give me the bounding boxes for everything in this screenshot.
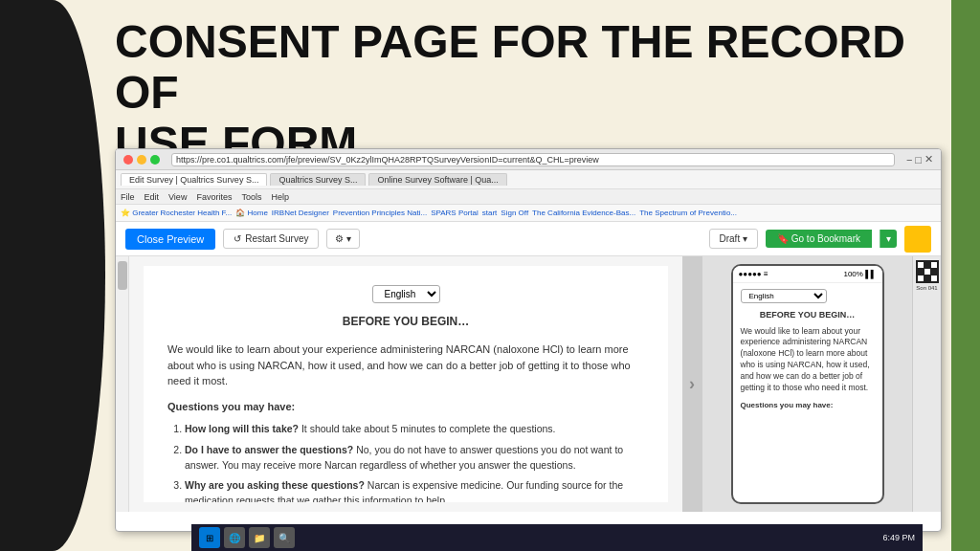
survey-form: English BEFORE YOU BEGIN… We would like … [144, 266, 668, 502]
browser-tabbar: Edit Survey | Qualtrics Survey S... Qual… [116, 170, 941, 189]
menu-tools[interactable]: Tools [241, 192, 261, 202]
mobile-questions-header: Questions you may have: [741, 400, 875, 410]
mobile-language-select[interactable]: English [741, 289, 827, 303]
survey-intro: We would like to learn about your experi… [167, 342, 644, 389]
panel-divider: › [682, 256, 702, 512]
browser-window: https://pre.co1.qualtrics.com/jfe/previe… [115, 148, 942, 532]
restart-icon: ↺ [234, 233, 241, 244]
language-select[interactable]: English [372, 285, 440, 303]
address-text: https://pre.co1.qualtrics.com/jfe/previe… [176, 155, 599, 165]
q1-text: It should take about 5 minutes to comple… [301, 423, 556, 434]
question-1: How long will this take? It should take … [185, 422, 644, 437]
taskbar: ⊞ 🌐 📁 🔍 6:49 PM [191, 524, 923, 551]
tab-online-survey[interactable]: Online Survey Software | Qua... [368, 173, 506, 186]
browser-actions: − □ ✕ [906, 153, 933, 165]
browser-maximize-btn[interactable] [150, 155, 160, 165]
bookmark-1[interactable]: ⭐ Greater Rochester Health F... [121, 209, 232, 217]
tab-qualtrics[interactable]: Qualtrics Survey S... [270, 173, 366, 186]
mobile-preview-panel: ●●●●● ≡ 100% ▌▌ English BEFORE YOU BEGIN… [702, 256, 912, 512]
left-scroll-handle [118, 261, 127, 290]
bookmark-5[interactable]: SPARS Portal [431, 209, 479, 217]
menu-view[interactable]: View [168, 192, 187, 202]
mobile-lang-selector: English [741, 289, 875, 303]
survey-title: BEFORE YOU BEGIN… [167, 313, 644, 330]
bookmark-label: Go to Bookmark [791, 233, 860, 244]
mobile-survey-title: BEFORE YOU BEGIN… [741, 309, 875, 321]
bookmark-4[interactable]: Prevention Principles Nati... [333, 209, 427, 217]
tab-edit-survey[interactable]: Edit Survey | Qualtrics Survey S... [121, 173, 267, 186]
bookmark-8[interactable]: The California Evidence-Bas... [532, 209, 635, 217]
yellow-action-button[interactable] [904, 226, 931, 253]
question-2: Do I have to answer the questions? No, y… [185, 443, 644, 474]
mobile-statusbar: ●●●●● ≡ 100% ▌▌ [733, 266, 882, 283]
decorative-blob [0, 0, 105, 551]
taskbar-time: 6:49 PM [882, 533, 915, 542]
mobile-battery: 100% ▌▌ [843, 270, 876, 278]
title-line1: CONSENT PAGE FOR THE RECORD OF [115, 16, 905, 118]
qr-panel: Son 041 [912, 256, 941, 512]
language-selector-wrap: English [167, 285, 644, 303]
close-preview-button[interactable]: Close Preview [125, 229, 215, 250]
browser-close-x-btn[interactable]: ✕ [924, 153, 933, 165]
draft-label: Draft [720, 233, 741, 244]
menu-file[interactable]: File [121, 192, 135, 202]
main-content: CONSENT PAGE FOR THE RECORD OF USE FORM … [96, 0, 951, 551]
survey-toolbar: Close Preview ↺ Restart Survey ⚙ ▾ Draft… [116, 222, 941, 256]
restart-label: Restart Survey [245, 233, 308, 244]
survey-main-panel: English BEFORE YOU BEGIN… We would like … [129, 256, 682, 512]
menu-favorites[interactable]: Favorites [196, 192, 232, 202]
q1-bold: How long will this take? [185, 423, 299, 434]
bookmark-7[interactable]: Sign Off [501, 209, 528, 217]
qr-code [916, 260, 939, 283]
qr-label: Son 041 [916, 285, 937, 291]
browser-minimize-btn[interactable] [137, 155, 146, 165]
question-3: Why are you asking these questions? Narc… [185, 478, 644, 502]
settings-button[interactable]: ⚙ ▾ [326, 229, 360, 249]
mobile-survey-body: We would like to learn about your experi… [741, 326, 875, 394]
mobile-signal: ●●●●● ≡ [739, 270, 768, 278]
q3-bold: Why are you asking these questions? [185, 479, 365, 491]
bookmark-6[interactable]: start [482, 209, 498, 217]
restart-survey-button[interactable]: ↺ Restart Survey [223, 229, 319, 249]
draft-button[interactable]: Draft ▾ [709, 229, 758, 249]
menu-help[interactable]: Help [271, 192, 289, 202]
browser-titlebar: https://pre.co1.qualtrics.com/jfe/previe… [116, 149, 941, 170]
bookmark-9[interactable]: The Spectrum of Preventio... [639, 209, 737, 217]
browser-back-btn[interactable]: − [906, 153, 912, 165]
bookmark-arrow-button[interactable]: ▾ [880, 230, 897, 248]
panel-arrow-icon: › [689, 374, 695, 394]
mobile-content: English BEFORE YOU BEGIN… We would like … [733, 283, 882, 502]
taskbar-app1[interactable]: 🌐 [224, 527, 245, 548]
survey-content-area: English BEFORE YOU BEGIN… We would like … [116, 256, 941, 512]
questions-header: Questions you may have: [167, 399, 644, 415]
bookmark-2[interactable]: 🏠 Home [235, 209, 268, 217]
browser-menubar: File Edit View Favorites Tools Help [116, 189, 941, 205]
browser-bookmarks: ⭐ Greater Rochester Health F... 🏠 Home I… [116, 205, 941, 222]
taskbar-app3[interactable]: 🔍 [274, 527, 295, 548]
taskbar-app2[interactable]: 📁 [249, 527, 270, 548]
questions-list: How long will this take? It should take … [185, 422, 644, 502]
left-scrollbar[interactable] [116, 256, 129, 512]
browser-addressbar[interactable]: https://pre.co1.qualtrics.com/jfe/previe… [171, 153, 895, 166]
browser-forward-btn[interactable]: □ [915, 153, 922, 165]
decorative-strip [951, 0, 980, 551]
menu-edit[interactable]: Edit [145, 192, 160, 202]
taskbar-start[interactable]: ⊞ [199, 527, 220, 548]
bookmark-3[interactable]: IRBNet Designer [272, 209, 329, 217]
q2-bold: Do I have to answer the questions? [185, 444, 353, 455]
gear-icon: ⚙ [335, 233, 344, 244]
browser-close-btn[interactable] [123, 155, 133, 165]
go-to-bookmark-button[interactable]: 🔖 Go to Bookmark [766, 230, 872, 248]
mobile-device: ●●●●● ≡ 100% ▌▌ English BEFORE YOU BEGIN… [731, 264, 884, 504]
